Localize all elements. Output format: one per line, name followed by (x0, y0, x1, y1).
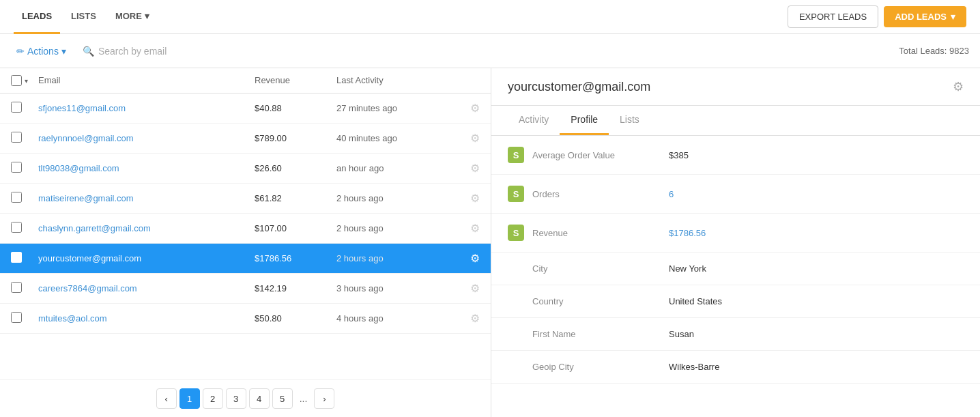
activity-value: 4 hours ago (336, 313, 446, 323)
revenue-value: $50.80 (255, 313, 336, 323)
pagination: ‹ 1 2 3 4 5 ... › (0, 379, 491, 417)
shopify-icon: S (508, 147, 524, 163)
activity-value: 2 hours ago (336, 193, 446, 203)
row-gear-icon[interactable]: ⚙ (446, 132, 480, 145)
revenue-value: $61.82 (255, 193, 336, 203)
top-nav: LEADS LISTS MORE ▾ EXPORT LEADS ADD LEAD… (0, 0, 980, 34)
email-link[interactable]: chaslynn.garrett@gmail.com (38, 223, 151, 233)
revenue-value: $1786.56 (255, 253, 336, 263)
nav-tab-lists[interactable]: LISTS (63, 0, 104, 34)
detail-value: $385 (669, 150, 689, 160)
detail-value: $1786.56 (669, 228, 706, 238)
table-row[interactable]: chaslynn.garrett@gmail.com $107.00 2 hou… (0, 214, 491, 244)
table-row[interactable]: careers7864@gmail.com $142.19 3 hours ag… (0, 274, 491, 304)
activity-value: 40 minutes ago (336, 133, 446, 143)
table-row[interactable]: sfjones11@gmail.com $40.88 27 minutes ag… (0, 94, 491, 124)
row-gear-icon[interactable]: ⚙ (446, 222, 480, 235)
select-all-header: ▾ (11, 75, 38, 86)
select-all-checkbox[interactable] (11, 75, 22, 86)
table-row[interactable]: raelynnnoel@gmail.com $789.00 40 minutes… (0, 124, 491, 154)
detail-value: Susan (669, 329, 694, 339)
pagination-page-2[interactable]: 2 (203, 388, 223, 409)
row-checkbox[interactable] (11, 192, 22, 203)
detail-value: United States (669, 296, 722, 306)
nav-tab-leads[interactable]: LEADS (14, 0, 60, 34)
email-link[interactable]: sfjones11@gmail.com (38, 103, 126, 113)
email-link[interactable]: matiseirene@gmail.com (38, 193, 134, 203)
detail-value: Wilkes-Barre (669, 362, 719, 372)
tab-activity[interactable]: Activity (508, 106, 560, 135)
search-icon: 🔍 (83, 46, 94, 57)
settings-icon[interactable]: ⚙ (953, 79, 964, 94)
row-checkbox[interactable] (11, 222, 22, 233)
table-row[interactable]: tlt98038@gmail.com $26.60 an hour ago ⚙ (0, 154, 491, 184)
toolbar: ✏ Actions ▾ 🔍 Total Leads: 9823 (0, 34, 980, 68)
activity-value: 27 minutes ago (336, 103, 446, 113)
detail-label: Geoip City (532, 362, 669, 372)
detail-label: Country (532, 296, 669, 306)
detail-label: City (532, 263, 669, 274)
row-checkbox[interactable] (11, 102, 22, 113)
pagination-ellipsis: ... (296, 393, 312, 404)
search-wrapper: 🔍 (83, 46, 221, 57)
row-gear-icon[interactable]: ⚙ (446, 282, 480, 295)
row-gear-icon[interactable]: ⚙ (446, 312, 480, 325)
detail-profile-row: S Orders 6 (491, 175, 980, 214)
customer-email: yourcustomer@gmail.com (508, 80, 953, 94)
email-column-header: Email (38, 75, 255, 86)
email-link[interactable]: yourcustomer@gmail.com (38, 253, 141, 263)
row-checkbox[interactable] (11, 162, 22, 173)
activity-value: 3 hours ago (336, 283, 446, 293)
activity-value: 2 hours ago (336, 253, 446, 263)
row-checkbox[interactable] (11, 312, 22, 323)
email-link[interactable]: careers7864@gmail.com (38, 283, 137, 293)
detail-profile-row: First Name Susan (491, 318, 980, 351)
row-checkbox[interactable] (11, 252, 22, 263)
leads-panel: ▾ Email Revenue Last Activity sfjones11@… (0, 68, 491, 417)
detail-label: Orders (532, 189, 669, 199)
actions-button[interactable]: ✏ Actions ▾ (11, 43, 72, 59)
pagination-page-4[interactable]: 4 (249, 388, 270, 409)
search-input[interactable] (98, 46, 221, 57)
pencil-icon: ✏ (16, 46, 25, 57)
detail-profile-row: Country United States (491, 285, 980, 318)
table-row[interactable]: matiseirene@gmail.com $61.82 2 hours ago… (0, 184, 491, 214)
chevron-down-icon: ▾ (951, 12, 955, 22)
row-gear-icon[interactable]: ⚙ (446, 192, 480, 205)
row-checkbox[interactable] (11, 282, 22, 293)
pagination-page-1[interactable]: 1 (179, 388, 200, 409)
revenue-value: $40.88 (255, 103, 336, 113)
row-gear-icon[interactable]: ⚙ (446, 102, 480, 115)
pagination-page-3[interactable]: 3 (226, 388, 246, 409)
activity-value: an hour ago (336, 163, 446, 173)
detail-value: New York (669, 263, 706, 274)
row-checkbox[interactable] (11, 132, 22, 143)
pagination-next-button[interactable]: › (314, 388, 334, 409)
row-gear-icon[interactable]: ⚙ (446, 252, 480, 265)
detail-header: yourcustomer@gmail.com ⚙ (491, 68, 980, 106)
actions-label: Actions (27, 46, 59, 57)
email-link[interactable]: mtuites@aol.com (38, 313, 107, 323)
add-leads-label: ADD LEADS (895, 12, 947, 22)
detail-profile-row: S Revenue $1786.56 (491, 214, 980, 253)
email-link[interactable]: tlt98038@gmail.com (38, 163, 119, 173)
detail-profile-row: City New York (491, 253, 980, 285)
row-gear-icon[interactable]: ⚙ (446, 162, 480, 175)
pagination-prev-button[interactable]: ‹ (156, 388, 177, 409)
export-leads-button[interactable]: EXPORT LEADS (788, 5, 878, 28)
table-row[interactable]: yourcustomer@gmail.com $1786.56 2 hours … (0, 244, 491, 274)
table-row[interactable]: mtuites@aol.com $50.80 4 hours ago ⚙ (0, 304, 491, 334)
tab-profile[interactable]: Profile (560, 106, 609, 135)
main-layout: ▾ Email Revenue Last Activity sfjones11@… (0, 68, 980, 417)
add-leads-button[interactable]: ADD LEADS ▾ (884, 6, 966, 27)
revenue-value: $142.19 (255, 283, 336, 293)
detail-label: Revenue (532, 228, 669, 238)
pagination-page-5[interactable]: 5 (272, 388, 293, 409)
detail-profile-row: S Average Order Value $385 (491, 136, 980, 175)
actions-chevron-icon: ▾ (61, 46, 66, 57)
select-all-chevron-icon[interactable]: ▾ (25, 77, 28, 85)
tab-lists[interactable]: Lists (609, 106, 650, 135)
table-header: ▾ Email Revenue Last Activity (0, 68, 491, 94)
nav-tab-more[interactable]: MORE ▾ (107, 0, 158, 34)
email-link[interactable]: raelynnnoel@gmail.com (38, 133, 134, 143)
